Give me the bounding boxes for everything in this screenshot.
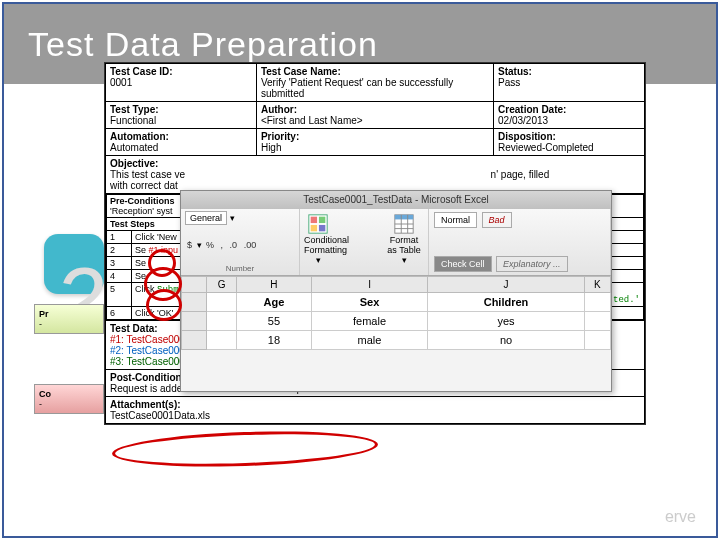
cell-children-2[interactable]: no — [428, 331, 584, 350]
header-sex[interactable]: Sex — [311, 293, 428, 312]
attachments-label: Attachment(s): — [110, 399, 181, 410]
attachment-file: TestCase0001Data.xls — [110, 410, 210, 421]
col-H[interactable]: H — [237, 277, 312, 293]
cell-sex-2[interactable]: male — [311, 331, 428, 350]
type-value: Functional — [110, 115, 156, 126]
side-pr-box: Pr- — [34, 304, 104, 334]
cell-style-normal[interactable]: Normal — [434, 212, 477, 228]
cell-style-check[interactable]: Check Cell — [434, 256, 492, 272]
preconditions-label: Pre-Conditions — [110, 196, 175, 206]
red-annotation-scribble — [144, 249, 184, 319]
excel-titlebar: TestCase0001_TestData - Microsoft Excel — [181, 191, 611, 209]
excel-ribbon: General ▾ $ ▾ % , .0 .00 Number Conditio… — [181, 209, 611, 276]
disp-label: Disposition: — [498, 131, 556, 142]
testdata-label: Test Data: — [110, 323, 158, 334]
author-label: Author: — [261, 104, 297, 115]
prio-label: Priority: — [261, 131, 299, 142]
cell-style-explanatory[interactable]: Explanatory ... — [496, 256, 568, 272]
prio-value: High — [261, 142, 282, 153]
conditional-formatting-button[interactable]: ConditionalFormatting ▾ — [304, 213, 332, 265]
col-I[interactable]: I — [311, 277, 428, 293]
auto-label: Automation: — [110, 131, 169, 142]
col-G[interactable]: G — [207, 277, 237, 293]
excel-window: TestCase0001_TestData - Microsoft Excel … — [180, 190, 612, 392]
cell-age-1[interactable]: 55 — [237, 312, 312, 331]
percent-button[interactable]: % — [206, 240, 214, 250]
col-J[interactable]: J — [428, 277, 584, 293]
tcid-value: 0001 — [110, 77, 132, 88]
header-age[interactable]: Age — [237, 293, 312, 312]
tcid-label: Test Case ID: — [110, 66, 173, 77]
red-annotation-oval — [111, 427, 378, 470]
header-children[interactable]: Children — [428, 293, 584, 312]
cell-style-bad[interactable]: Bad — [482, 212, 512, 228]
cell-sex-1[interactable]: female — [311, 312, 428, 331]
objective-text-c: with correct dat — [110, 180, 178, 191]
side-co-box: Co- — [34, 384, 104, 414]
col-K[interactable]: K — [584, 277, 610, 293]
brand-watermark: erve — [665, 508, 696, 526]
comma-button[interactable]: , — [221, 240, 224, 250]
auto-value: Automated — [110, 142, 158, 153]
disp-value: Reviewed-Completed — [498, 142, 594, 153]
svg-rect-3 — [311, 225, 317, 231]
format-as-table-button[interactable]: Formatas Table ▾ — [384, 213, 424, 265]
type-label: Test Type: — [110, 104, 159, 115]
cell-age-2[interactable]: 18 — [237, 331, 312, 350]
svg-rect-4 — [319, 225, 325, 231]
slide-title: Test Data Preparation — [28, 25, 378, 64]
currency-button[interactable]: $ — [187, 240, 192, 250]
svg-rect-6 — [395, 215, 413, 220]
postconditions-label: Post-Conditions: — [110, 372, 191, 383]
svg-rect-1 — [311, 217, 317, 223]
cell-children-1[interactable]: yes — [428, 312, 584, 331]
status-value: Pass — [498, 77, 520, 88]
increase-decimal-button[interactable]: .0 — [230, 240, 238, 250]
number-format-dropdown[interactable]: General — [185, 211, 227, 225]
svg-rect-2 — [319, 217, 325, 223]
tcname-label: Test Case Name: — [261, 66, 341, 77]
status-label: Status: — [498, 66, 532, 77]
number-group-label: Number — [185, 264, 295, 273]
objective-text-a: This test case ve — [110, 169, 185, 180]
cdate-label: Creation Date: — [498, 104, 566, 115]
spreadsheet-grid[interactable]: G H I J K Age Sex Children 55 female — [181, 276, 611, 350]
objective-label: Objective: — [110, 158, 158, 169]
background-number: 2 — [54, 249, 104, 352]
objective-text-b: n' page, filled — [491, 169, 550, 180]
tcname-value: Verify 'Patient Request' can be successf… — [261, 77, 453, 99]
decrease-decimal-button[interactable]: .00 — [244, 240, 257, 250]
cdate-value: 02/03/2013 — [498, 115, 548, 126]
preconditions-text: 'Reception' syst — [110, 206, 172, 216]
author-value: <First and Last Name> — [261, 115, 363, 126]
